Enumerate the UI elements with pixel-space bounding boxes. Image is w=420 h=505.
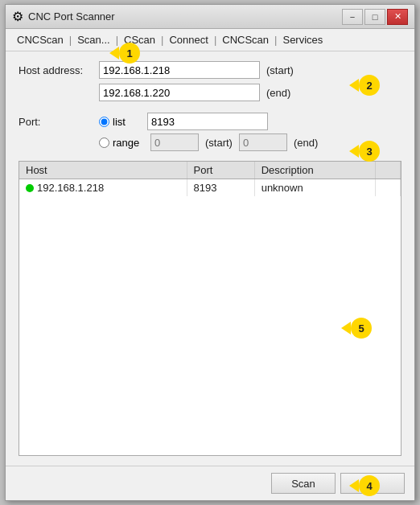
- cell-host: 192.168.1.218: [19, 179, 187, 197]
- port-list-radio-label[interactable]: list: [99, 116, 147, 128]
- app-icon: ⚙: [12, 9, 23, 24]
- col-port: Port: [187, 162, 254, 179]
- menu-cncscan2[interactable]: CNCScan: [217, 32, 274, 47]
- col-host: Host: [19, 162, 187, 179]
- port-label: Port:: [19, 116, 99, 128]
- cancel-button[interactable]: it: [340, 473, 405, 494]
- content-area: Host address: (start) (end) Port: list: [6, 51, 414, 466]
- host-end-input[interactable]: [99, 84, 260, 101]
- maximize-button[interactable]: □: [364, 9, 385, 25]
- title-bar: ⚙ CNC Port Scanner − □ ✕: [6, 5, 414, 29]
- port-range-end-note: (end): [294, 137, 318, 149]
- cell-extra: [375, 179, 400, 197]
- menu-cscan[interactable]: CScan: [119, 32, 160, 47]
- results-table: Host Port Description 192.168.1.218: [19, 161, 401, 456]
- port-list-input[interactable]: [147, 113, 268, 130]
- port-range-start-note: (start): [205, 137, 233, 149]
- host-section: Host address: (start) (end): [19, 61, 401, 106]
- port-range-start-input[interactable]: [150, 133, 199, 151]
- host-start-input[interactable]: [99, 61, 260, 79]
- cell-port: 8193: [187, 179, 254, 197]
- port-section: Port: list range (start) (end): [19, 113, 401, 151]
- table-header-row: Host Port Description: [19, 162, 401, 179]
- port-range-radio-label[interactable]: range: [99, 137, 147, 149]
- minimize-button[interactable]: −: [342, 9, 363, 25]
- host-value: 192.168.1.218: [37, 182, 104, 194]
- col-extra: [375, 162, 400, 179]
- host-address-label: Host address:: [19, 64, 99, 76]
- port-range-radio[interactable]: [99, 138, 109, 148]
- port-list-radio[interactable]: [99, 117, 109, 127]
- menu-services[interactable]: Services: [278, 32, 327, 47]
- footer: Scan it: [6, 466, 414, 500]
- host-end-note: (end): [266, 87, 290, 99]
- port-range-end-input[interactable]: [239, 133, 287, 151]
- status-indicator: [26, 184, 34, 192]
- menu-scan[interactable]: Scan...: [72, 32, 114, 47]
- menu-cncscan[interactable]: CNCScan: [12, 32, 68, 47]
- host-start-note: (start): [266, 64, 294, 76]
- col-description: Description: [254, 162, 375, 179]
- window-title: CNC Port Scanner: [28, 10, 115, 23]
- menu-bar: CNCScan | Scan... | CScan | Connect | CN…: [6, 29, 414, 51]
- cell-description: unknown: [254, 179, 375, 197]
- table-row: 192.168.1.218 8193 unknown: [19, 179, 401, 197]
- menu-connect[interactable]: Connect: [164, 32, 212, 47]
- close-button[interactable]: ✕: [387, 9, 408, 25]
- scan-button[interactable]: Scan: [271, 473, 336, 494]
